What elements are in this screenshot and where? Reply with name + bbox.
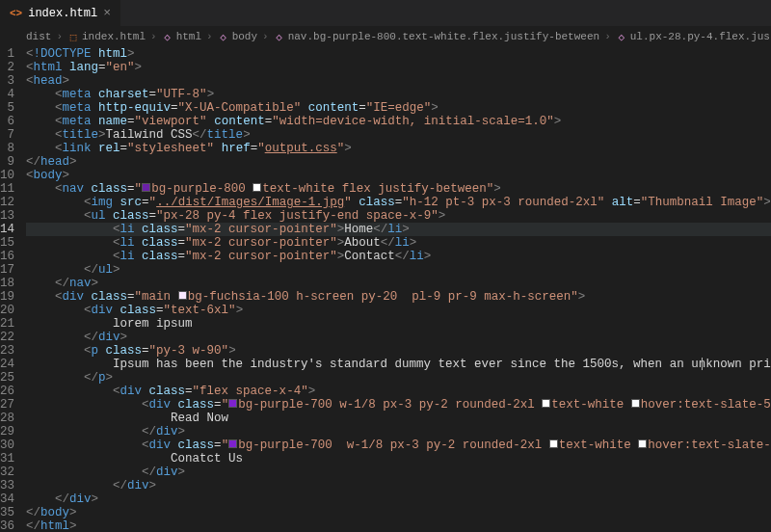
line-number: 18	[0, 277, 14, 290]
line-number: 15	[0, 236, 14, 250]
line-number: 3	[0, 74, 14, 88]
code-line[interactable]: <li class="mx-2 cursor-pointer">Home</li…	[26, 223, 771, 236]
code-line[interactable]: </p>	[26, 371, 771, 385]
code-line[interactable]: <div class="text-6xl">	[26, 304, 771, 317]
code-line[interactable]: <img src="../dist/Images/Image-1.jpg" cl…	[26, 196, 771, 209]
breadcrumb-label: index.html	[82, 31, 146, 42]
code-line[interactable]: </div>	[26, 331, 771, 344]
line-number: 1	[0, 47, 14, 61]
close-icon[interactable]: ×	[103, 6, 111, 20]
line-number: 22	[0, 331, 14, 344]
code-line[interactable]: <div class="main bg-fuchsia-100 h-screen…	[26, 290, 771, 304]
line-number: 10	[0, 169, 14, 182]
code-line[interactable]: <meta name="viewport" content="width=dev…	[26, 115, 771, 128]
color-swatch	[542, 399, 550, 408]
breadcrumb-segment[interactable]: dist	[12, 31, 51, 42]
code-line[interactable]: <ul class="px-28 py-4 flex justify-end s…	[26, 209, 771, 223]
code-line[interactable]: lorem ipsum	[26, 317, 771, 331]
line-number: 2	[0, 61, 14, 74]
code-line[interactable]: </div>	[26, 466, 771, 479]
line-number: 8	[0, 142, 14, 155]
node-icon: ◇	[162, 31, 173, 42]
html-file-icon: ⬚	[67, 31, 79, 42]
code-line[interactable]: </nav>	[26, 277, 771, 290]
breadcrumb-label: ul.px-28.py-4.flex.justify-end.space-x-9	[630, 31, 771, 42]
code-line[interactable]: </ul>	[26, 263, 771, 277]
color-swatch	[253, 183, 261, 192]
breadcrumb-segment[interactable]: ◇body	[218, 31, 257, 42]
color-swatch	[638, 439, 647, 448]
node-icon: ◇	[616, 31, 627, 42]
node-icon: ◇	[274, 31, 285, 42]
code-line[interactable]: <!DOCTYPE html>	[26, 47, 771, 61]
code-line[interactable]: <html lang="en">	[26, 61, 771, 74]
chevron-right-icon: ›	[604, 31, 611, 42]
code-line[interactable]: <div class="flex space-x-4">	[26, 385, 771, 398]
code-line[interactable]: <meta http-equiv="X-UA-Compatible" conte…	[26, 101, 771, 115]
node-icon: ◇	[220, 31, 226, 43]
breadcrumb-label: html	[176, 31, 201, 42]
code-line[interactable]: Ipsum has been the industry's standard d…	[26, 358, 771, 371]
line-number: 12	[0, 196, 14, 209]
chevron-right-icon: ›	[262, 31, 269, 42]
line-number: 7	[0, 128, 14, 142]
chevron-right-icon: ›	[150, 31, 157, 42]
code-line[interactable]: </div>	[26, 492, 771, 506]
breadcrumb-segment[interactable]: ◇ul.px-28.py-4.flex.justify-end.space-x-…	[616, 31, 771, 42]
node-icon: ◇	[618, 31, 625, 43]
color-swatch	[228, 399, 237, 408]
line-number-gutter: 1234567891011121314151617181920212223242…	[0, 46, 26, 532]
code-line[interactable]: <meta charset="UTF-8">	[26, 88, 771, 101]
code-line[interactable]: </div>	[26, 425, 771, 439]
line-number: 27	[0, 398, 14, 412]
text-cursor	[702, 358, 703, 370]
breadcrumb-segment[interactable]: ⬚index.html	[67, 31, 146, 42]
code-line[interactable]: <link rel="stylesheet" href="output.css"…	[26, 142, 771, 155]
code-content[interactable]: <!DOCTYPE html><html lang="en"><head> <m…	[26, 46, 771, 532]
color-swatch	[631, 399, 640, 408]
tab-bar: <> index.html ×	[0, 0, 771, 27]
code-line[interactable]: <title>Tailwind CSS</title>	[26, 128, 771, 142]
color-swatch	[228, 439, 237, 448]
code-line[interactable]: </head>	[26, 155, 771, 169]
code-editor[interactable]: 1234567891011121314151617181920212223242…	[0, 46, 771, 532]
line-number: 36	[0, 519, 14, 532]
breadcrumb-label: dist	[26, 31, 51, 42]
node-icon: ◇	[218, 31, 229, 42]
code-line[interactable]: Conatct Us	[26, 452, 771, 466]
line-number: 14	[0, 223, 14, 236]
line-number: 21	[0, 317, 14, 331]
code-line[interactable]: </body>	[26, 506, 771, 519]
html-file-icon: ⬚	[70, 31, 77, 43]
breadcrumb-segment[interactable]: ◇nav.bg-purple-800.text-white.flex.justi…	[274, 31, 599, 42]
line-number: 30	[0, 439, 14, 452]
line-number: 9	[0, 155, 14, 169]
breadcrumb[interactable]: dist›⬚index.html›◇html›◇body›◇nav.bg-pur…	[0, 27, 771, 46]
line-number: 13	[0, 209, 14, 223]
line-number: 25	[0, 371, 14, 385]
code-line[interactable]: <div class="bg-purple-700 w-1/8 px-3 py-…	[26, 439, 771, 452]
code-line[interactable]: <nav class="bg-purple-800 text-white fle…	[26, 182, 771, 196]
tab-filename: index.html	[28, 7, 97, 20]
code-line[interactable]: <p class="py-3 w-90">	[26, 344, 771, 358]
chevron-right-icon: ›	[56, 31, 63, 42]
code-line[interactable]: <li class="mx-2 cursor-pointer">Contact<…	[26, 250, 771, 263]
color-swatch	[549, 439, 558, 448]
code-line[interactable]: Read Now	[26, 412, 771, 425]
code-line[interactable]: <div class="bg-purple-700 w-1/8 px-3 py-…	[26, 398, 771, 412]
line-number: 11	[0, 182, 14, 196]
color-swatch	[142, 183, 150, 192]
tab-index-html[interactable]: <> index.html ×	[0, 0, 121, 26]
line-number: 29	[0, 425, 14, 439]
line-number: 4	[0, 88, 14, 101]
code-line[interactable]: <body>	[26, 169, 771, 182]
breadcrumb-label: nav.bg-purple-800.text-white.flex.justif…	[288, 31, 599, 42]
line-number: 35	[0, 506, 14, 519]
code-line[interactable]: </html>	[26, 519, 771, 532]
code-line[interactable]: <li class="mx-2 cursor-pointer">About</l…	[26, 236, 771, 250]
line-number: 24	[0, 358, 14, 371]
breadcrumb-segment[interactable]: ◇html	[162, 31, 201, 42]
html-file-icon: <>	[10, 8, 22, 19]
code-line[interactable]: <head>	[26, 74, 771, 88]
code-line[interactable]: </div>	[26, 479, 771, 492]
